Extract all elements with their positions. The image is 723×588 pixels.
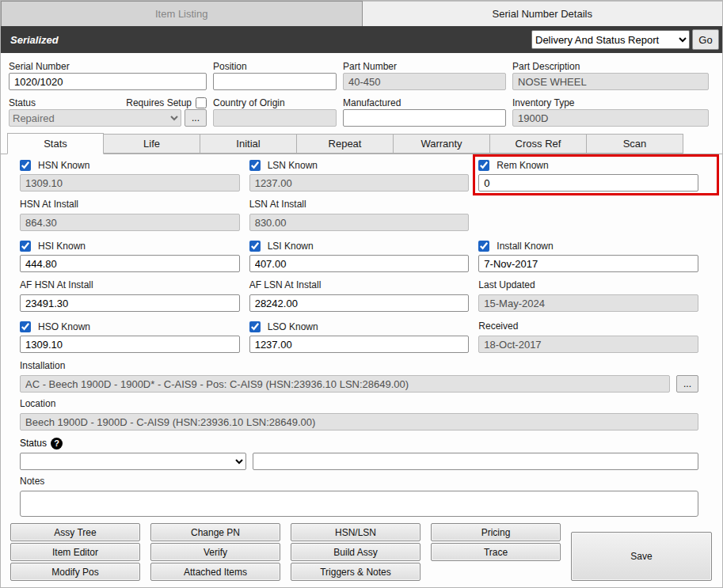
serial-number-details-page: Item Listing Serial Number Details Seria… [0,0,723,588]
tab-stats[interactable]: Stats [7,133,104,154]
hsn-known-checkbox[interactable] [20,160,31,171]
lso-known-checkbox[interactable] [249,321,261,332]
requires-setup-label: Requires Setup [126,97,192,108]
rem-known-checkbox[interactable] [478,160,489,171]
rem-known-group: Rem Known [478,159,698,192]
install-known-checkbox[interactable] [478,241,489,252]
action-button-area: Assy Tree Change PN HSN/LSN Pricing Save… [1,520,722,587]
country-of-origin-field [213,109,337,127]
go-button[interactable]: Go [692,29,719,50]
hsi-known-checkbox[interactable] [20,241,31,252]
status-select-row: Repaired ... [9,109,207,127]
install-date-input[interactable] [478,255,698,272]
known-row-1: HSN Known LSN Known Rem Known [1,159,722,192]
manufactured-input[interactable] [343,109,506,127]
part-number-field [343,73,506,90]
lsn-at-install-label: LSN At Install [249,199,470,211]
lsi-known-group: LSI Known [249,240,470,272]
requires-setup-checkbox[interactable] [196,97,207,108]
hso-input[interactable] [20,336,240,353]
serial-number-input[interactable] [9,73,207,90]
attached-items-button[interactable]: Attached Items [150,563,280,581]
form-row-2: Status Requires Setup Repaired ... Count… [9,96,709,127]
af-lsn-at-install-label: AF LSN At Install [249,279,470,291]
trace-button[interactable]: Trace [431,543,561,561]
notes-section: Notes [1,476,722,517]
lsn-at-install-field [249,214,470,231]
tab-repeat[interactable]: Repeat [297,134,394,154]
lso-input[interactable] [249,336,470,353]
af-hsn-at-install-label: AF HSN At Install [20,279,240,291]
lsn-field [249,174,470,192]
tab-warranty[interactable]: Warranty [394,134,490,154]
detail-tab-bar: Stats Life Initial Repeat Warranty Cross… [1,133,722,154]
change-pn-button[interactable]: Change PN [150,523,280,541]
notes-textarea[interactable] [20,491,698,517]
lsi-known-label: LSI Known [268,241,314,252]
hsi-known-row: HSI Known [20,240,240,252]
hso-known-checkbox[interactable] [20,321,31,332]
build-assy-button[interactable]: Build Assy [291,543,420,561]
status-label: Status [9,97,36,108]
tab-initial[interactable]: Initial [200,134,297,154]
hsi-input[interactable] [20,255,240,272]
help-icon[interactable]: ? [51,438,63,450]
installation-row: ... [20,375,698,393]
part-number-label: Part Number [343,59,506,73]
received-field [478,336,698,353]
hso-known-label: HSO Known [38,321,90,332]
stats-status-dropdown[interactable] [20,453,246,470]
tab-scan[interactable]: Scan [587,134,683,154]
position-input[interactable] [213,73,337,90]
stats-panel: HSN Known LSN Known Rem Known [1,154,722,520]
hsn-lsn-button[interactable]: HSN/LSN [291,523,420,541]
af-lsn-input[interactable] [249,294,470,312]
hsn-field [20,174,240,192]
modify-pos-button[interactable]: Modify Pos [10,563,140,581]
location-label: Location [20,398,698,410]
tab-serial-number-details[interactable]: Serial Number Details [363,1,723,26]
report-dropdown[interactable]: Delivery And Status Report [531,30,690,49]
part-description-label: Part Description [512,59,709,73]
triggers-notes-button[interactable]: Triggers & Notes [291,563,420,581]
install-known-row: Install Known [478,240,698,252]
report-area: Delivery And Status Report Go [531,29,719,50]
last-updated-group: Last Updated [478,279,698,312]
notes-row [20,491,698,517]
install-known-label: Install Known [497,241,553,252]
lsi-known-checkbox[interactable] [249,241,261,252]
af-hsn-input[interactable] [20,294,240,312]
rem-known-row: Rem Known [478,159,698,172]
status-ellipsis-button[interactable]: ... [185,109,207,127]
pricing-button[interactable]: Pricing [431,523,561,541]
serial-number-label: Serial Number [9,59,207,73]
top-tab-bar: Item Listing Serial Number Details [1,1,722,26]
tab-cross-ref[interactable]: Cross Ref [490,134,587,154]
lsi-input[interactable] [249,255,470,272]
item-editor-button[interactable]: Item Editor [10,543,140,561]
requires-setup-group: Requires Setup [126,97,207,108]
tab-item-listing[interactable]: Item Listing [1,1,363,26]
tab-life[interactable]: Life [104,134,200,154]
rem-known-label: Rem Known [497,160,548,171]
installation-field [20,375,670,393]
lsi-known-row: LSI Known [249,240,470,252]
hso-known-row: HSO Known [20,321,240,333]
rem-input[interactable] [478,174,698,192]
part-description-group: Part Description [512,59,709,90]
header-bar: Serialized Delivery And Status Report Go [1,26,722,53]
lsn-known-checkbox[interactable] [249,160,261,171]
save-button[interactable]: Save [571,532,712,581]
part-number-group: Part Number [343,59,506,90]
country-group: Country of Origin [213,96,337,127]
verify-button[interactable]: Verify [150,543,280,561]
assy-tree-button[interactable]: Assy Tree [10,523,140,541]
location-section: Location [1,398,722,431]
last-updated-field [478,294,698,312]
installation-ellipsis-button[interactable]: ... [676,375,698,393]
hsn-at-install-group: HSN At Install [20,199,240,231]
stats-status-input[interactable] [253,453,698,470]
at-install-row: HSN At Install LSN At Install [1,199,722,231]
hsn-at-install-label: HSN At Install [20,199,240,211]
known-row-2: HSI Known LSI Known Install Known [1,240,722,272]
